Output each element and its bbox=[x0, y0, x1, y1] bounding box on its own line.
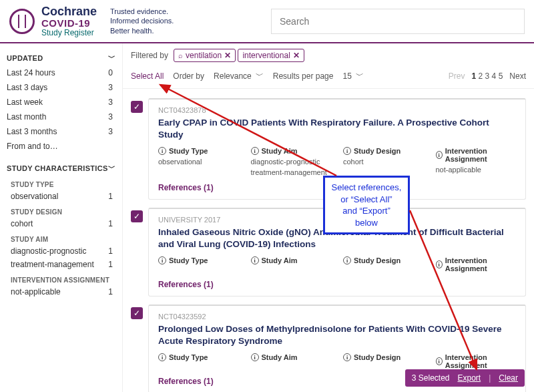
select-all-link[interactable]: Select All bbox=[131, 71, 164, 81]
sidebar-type-item-label: observational bbox=[11, 192, 58, 201]
meta-assign-label: iIntervention Assignment bbox=[436, 256, 517, 272]
result-title[interactable]: Prolonged Low Doses of Methylprednisolon… bbox=[158, 323, 516, 347]
pager-next[interactable]: Next bbox=[509, 71, 526, 81]
meta-assign-label: iIntervention Assignment bbox=[436, 147, 517, 163]
sidebar-updated-item[interactable]: Last 3 months3 bbox=[7, 124, 122, 139]
info-icon: i bbox=[251, 353, 259, 361]
order-by-label: Order by bbox=[173, 71, 204, 81]
meta-type: iStudy Typeobservational bbox=[158, 147, 239, 178]
meta-aim-value: diagnostic-prognostictreatment-managemen… bbox=[251, 155, 332, 178]
chevron-down-icon: ﹀ bbox=[108, 163, 115, 173]
sidebar-updated-item-label: Last 3 months bbox=[7, 127, 57, 136]
info-icon: i bbox=[343, 147, 351, 155]
sidebar-updated-item-label: Last month bbox=[7, 112, 46, 122]
result-checkbox[interactable]: ✓ bbox=[131, 210, 143, 222]
meta-type-value: observational bbox=[158, 155, 239, 167]
meta-type-label: iStudy Type bbox=[158, 256, 239, 264]
sidebar-design-item-count: 1 bbox=[108, 219, 113, 228]
sidebar-aim-item[interactable]: treatment-management1 bbox=[7, 258, 122, 271]
meta-type: iStudy Type bbox=[158, 256, 239, 274]
meta-design-value bbox=[343, 361, 424, 363]
chevron-down-icon: ﹀ bbox=[108, 53, 115, 63]
meta-aim-label: iStudy Aim bbox=[251, 256, 332, 264]
results-per-page-dropdown[interactable]: 15 ﹀ bbox=[342, 70, 363, 81]
result-checkbox[interactable]: ✓ bbox=[131, 307, 143, 319]
meta-aim-value bbox=[251, 264, 332, 266]
tagline-2: Informed decisions. bbox=[110, 16, 174, 25]
pager-page[interactable]: 4 bbox=[492, 71, 497, 81]
pager-page[interactable]: 1 bbox=[472, 71, 477, 81]
sidebar-aim-item[interactable]: diagnostic-prognostic1 bbox=[7, 244, 122, 258]
info-icon: i bbox=[436, 357, 443, 365]
result-title[interactable]: Early CPAP in COVID Patients With Respir… bbox=[158, 117, 516, 140]
sidebar-sub-intassign: INTERVENTION ASSIGNMENT bbox=[7, 271, 122, 285]
sidebar-type-item[interactable]: observational1 bbox=[7, 190, 122, 203]
brand-line-1: Cochrane bbox=[41, 5, 97, 18]
close-icon[interactable]: ✕ bbox=[224, 51, 231, 60]
result-meta-row: iStudy TypeobservationaliStudy Aimdiagno… bbox=[158, 147, 516, 178]
order-by-dropdown[interactable]: Relevance ﹀ bbox=[214, 70, 264, 81]
sidebar-type-item-count: 1 bbox=[108, 192, 113, 201]
sidebar-updated-label: UPDATED bbox=[7, 54, 43, 62]
sidebar-updated-item[interactable]: Last 24 hours0 bbox=[7, 65, 122, 80]
sidebar-updated-item-label: Last 24 hours bbox=[7, 68, 55, 77]
cochrane-logo-icon bbox=[9, 9, 35, 34]
pager-page[interactable]: 2 bbox=[479, 71, 483, 81]
references-link[interactable]: References (1) bbox=[158, 280, 516, 289]
sidebar-intassign-item[interactable]: not-applicable1 bbox=[7, 285, 122, 299]
annotation-callout: Select references, or “Select All” and “… bbox=[323, 176, 410, 234]
sidebar-updated-item[interactable]: Last 3 days3 bbox=[7, 80, 122, 95]
info-icon: i bbox=[436, 260, 443, 268]
search-icon: ⌕ bbox=[178, 51, 183, 59]
filter-chip[interactable]: ⌕ventilation✕ bbox=[174, 49, 236, 62]
sidebar-updated-item-label: Last 3 days bbox=[7, 83, 47, 92]
sidebar-sub-type: STUDY TYPE bbox=[7, 176, 122, 190]
callout-line-1: Select references, bbox=[329, 182, 404, 194]
meta-design-label: iStudy Design bbox=[343, 353, 424, 361]
pager: Prev 1 2 3 4 5 Next bbox=[449, 71, 526, 81]
main-panel: Filtered by ⌕ventilation✕ interventional… bbox=[123, 43, 534, 392]
meta-aim-value bbox=[251, 361, 332, 363]
sidebar-updated-item-count: 3 bbox=[108, 112, 113, 122]
meta-aim-label: iStudy Aim bbox=[251, 147, 332, 155]
search-box bbox=[271, 9, 525, 34]
info-icon: i bbox=[158, 147, 166, 155]
meta-assign-label: iIntervention Assignment bbox=[436, 353, 517, 369]
search-input[interactable] bbox=[271, 9, 525, 34]
sidebar-updated-item[interactable]: Last month3 bbox=[7, 110, 122, 124]
pager-prev[interactable]: Prev bbox=[449, 71, 465, 81]
sidebar-updated-item[interactable]: From and to… bbox=[7, 139, 122, 154]
meta-type-value bbox=[158, 264, 239, 266]
pager-page[interactable]: 5 bbox=[499, 71, 503, 81]
sidebar-aim-item-count: 1 bbox=[108, 246, 113, 256]
pager-page[interactable]: 3 bbox=[485, 71, 490, 81]
meta-aim: iStudy Aimdiagnostic-prognostictreatment… bbox=[251, 147, 332, 178]
meta-design: iStudy Designcohort bbox=[343, 147, 424, 178]
tagline: Trusted evidence. Informed decisions. Be… bbox=[110, 7, 174, 35]
sidebar-updated-item[interactable]: Last week3 bbox=[7, 95, 122, 110]
info-icon: i bbox=[436, 151, 443, 159]
separator: | bbox=[489, 373, 491, 383]
meta-type-value bbox=[158, 361, 239, 363]
sidebar-section-characteristics[interactable]: STUDY CHARACTERISTICS ﹀ bbox=[7, 160, 122, 176]
chevron-down-icon: ﹀ bbox=[256, 70, 264, 81]
selected-count: 3 Selected bbox=[412, 373, 450, 383]
meta-assign: iIntervention Assignmentnot-applicable bbox=[436, 147, 517, 178]
sidebar-design-item[interactable]: cohort1 bbox=[7, 217, 122, 230]
meta-assign: iIntervention Assignment bbox=[436, 256, 517, 274]
info-icon: i bbox=[158, 353, 166, 361]
export-link[interactable]: Export bbox=[458, 373, 481, 383]
clear-link[interactable]: Clear bbox=[499, 373, 518, 383]
sidebar-sub-aim: STUDY AIM bbox=[7, 230, 122, 244]
filter-chip[interactable]: interventional✕ bbox=[238, 49, 304, 62]
sidebar: UPDATED ﹀ Last 24 hours0Last 3 days3Last… bbox=[0, 43, 123, 392]
result-meta-row: iStudy TypeiStudy AimiStudy DesigniInter… bbox=[158, 256, 516, 274]
sidebar-updated-item-count: 3 bbox=[108, 127, 113, 136]
controls-row: Select All Order by Relevance ﹀ Results … bbox=[123, 67, 534, 89]
sidebar-section-updated[interactable]: UPDATED ﹀ bbox=[7, 50, 122, 65]
close-icon[interactable]: ✕ bbox=[293, 51, 300, 60]
meta-design-label: iStudy Design bbox=[343, 256, 424, 264]
result-checkbox[interactable]: ✓ bbox=[131, 101, 143, 113]
tagline-3: Better health. bbox=[110, 26, 174, 35]
brand-text: Cochrane COVID-19 Study Register bbox=[41, 5, 97, 37]
